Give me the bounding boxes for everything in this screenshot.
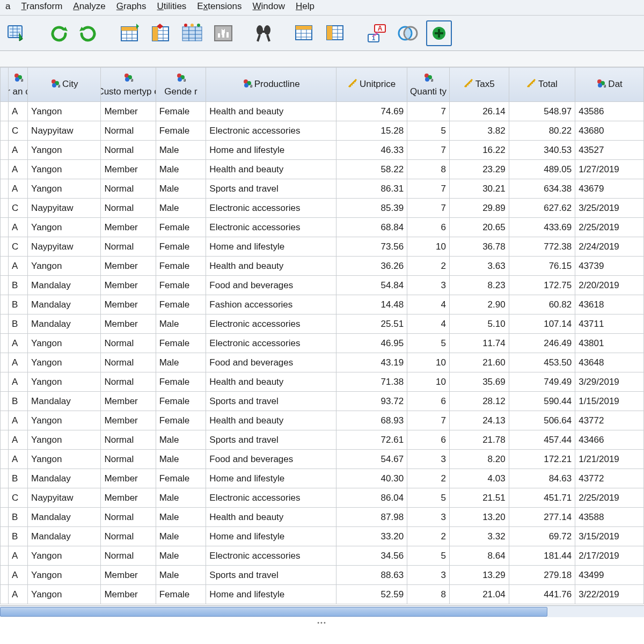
- table-row[interactable]: AYangonMemberFemaleHealth and beauty36.2…: [1, 257, 644, 276]
- table-row[interactable]: AYangonMemberFemaleHealth and beauty68.9…: [1, 411, 644, 430]
- cell-date[interactable]: 43618: [575, 295, 644, 314]
- cell-gender[interactable]: Male: [156, 160, 206, 179]
- cell-gender[interactable]: Male: [156, 488, 206, 508]
- cell-total[interactable]: 749.49: [509, 372, 575, 392]
- cell-product[interactable]: Electronic accessories: [206, 218, 336, 237]
- cell-qty[interactable]: 4: [407, 295, 450, 314]
- cell-branch[interactable]: B: [8, 276, 27, 295]
- cell-gender[interactable]: Female: [156, 237, 206, 257]
- column-header-total[interactable]: Total: [509, 68, 575, 102]
- cell-date[interactable]: 2/25/2019: [575, 218, 644, 237]
- cell-qty[interactable]: 4: [407, 314, 450, 334]
- cell-tax[interactable]: 26.14: [449, 102, 509, 121]
- open-data-icon[interactable]: [4, 20, 30, 46]
- cell-qty[interactable]: 7: [407, 179, 450, 199]
- cell-qty[interactable]: 7: [407, 141, 450, 160]
- table-row[interactable]: AYangonNormalMaleSports and travel86.317…: [1, 179, 644, 199]
- cell-custtype[interactable]: Member: [101, 469, 156, 488]
- cell-total[interactable]: 772.38: [509, 237, 575, 257]
- cell-gender[interactable]: Male: [156, 353, 206, 372]
- cell-gender[interactable]: Female: [156, 372, 206, 392]
- cell-gender[interactable]: Male: [156, 199, 206, 218]
- cell-custtype[interactable]: Member: [101, 160, 156, 179]
- cell-custtype[interactable]: Normal: [101, 353, 156, 372]
- column-header-unitprice[interactable]: Unitprice: [336, 68, 407, 102]
- menu-item-window[interactable]: Window: [253, 1, 285, 12]
- header-row[interactable]: aBr an chaCityaCusto mertyp eaGende raPr…: [1, 68, 644, 102]
- cell-tax[interactable]: 16.22: [449, 141, 509, 160]
- cell-stub[interactable]: [1, 121, 9, 141]
- cell-custtype[interactable]: Member: [101, 218, 156, 237]
- table-row[interactable]: AYangonMemberFemaleHome and lifestyle52.…: [1, 585, 644, 604]
- cell-total[interactable]: 181.44: [509, 546, 575, 566]
- cell-unitprice[interactable]: 87.98: [336, 508, 407, 527]
- cell-qty[interactable]: 3: [407, 508, 450, 527]
- cell-custtype[interactable]: Normal: [101, 527, 156, 546]
- cell-branch[interactable]: A: [8, 334, 27, 353]
- cell-branch[interactable]: A: [8, 430, 27, 450]
- cell-unitprice[interactable]: 43.19: [336, 353, 407, 372]
- column-header-product[interactable]: aProductline: [206, 68, 336, 102]
- cell-city[interactable]: Mandalay: [28, 392, 101, 411]
- run-syntax-icon[interactable]: [426, 20, 452, 46]
- cell-unitprice[interactable]: 72.61: [336, 430, 407, 450]
- cell-branch[interactable]: A: [8, 450, 27, 469]
- table-row[interactable]: BMandalayMemberFemaleHome and lifestyle4…: [1, 469, 644, 488]
- cell-date[interactable]: 43588: [575, 508, 644, 527]
- cell-qty[interactable]: 3: [407, 566, 450, 585]
- cell-tax[interactable]: 3.82: [449, 121, 509, 141]
- cell-stub[interactable]: [1, 160, 9, 179]
- table-row[interactable]: AYangonNormalFemaleElectronic accessorie…: [1, 334, 644, 353]
- cell-product[interactable]: Home and lifestyle: [206, 527, 336, 546]
- cell-city[interactable]: Yangon: [28, 257, 101, 276]
- cell-city[interactable]: Mandalay: [28, 295, 101, 314]
- menu-item-analyze[interactable]: Analyze: [73, 1, 105, 12]
- cell-tax[interactable]: 20.65: [449, 218, 509, 237]
- cell-date[interactable]: 2/25/2019: [575, 488, 644, 508]
- cell-qty[interactable]: 10: [407, 237, 450, 257]
- cell-unitprice[interactable]: 36.26: [336, 257, 407, 276]
- cell-stub[interactable]: [1, 411, 9, 430]
- cell-total[interactable]: 69.72: [509, 527, 575, 546]
- cell-city[interactable]: Mandalay: [28, 276, 101, 295]
- cell-unitprice[interactable]: 93.72: [336, 392, 407, 411]
- cell-product[interactable]: Fashion accessories: [206, 295, 336, 314]
- cell-custtype[interactable]: Member: [101, 585, 156, 604]
- cell-gender[interactable]: Female: [156, 392, 206, 411]
- cell-gender[interactable]: Male: [156, 546, 206, 566]
- cell-city[interactable]: Yangon: [28, 218, 101, 237]
- cell-tax[interactable]: 3.32: [449, 527, 509, 546]
- cell-gender[interactable]: Female: [156, 334, 206, 353]
- cell-product[interactable]: Electronic accessories: [206, 488, 336, 508]
- column-header-tax[interactable]: Tax5: [449, 68, 509, 102]
- cell-branch[interactable]: A: [8, 353, 27, 372]
- cell-city[interactable]: Yangon: [28, 179, 101, 199]
- cell-tax[interactable]: 30.21: [449, 179, 509, 199]
- cell-city[interactable]: Yangon: [28, 450, 101, 469]
- cell-custtype[interactable]: Member: [101, 257, 156, 276]
- table-row[interactable]: BMandalayMemberMaleElectronic accessorie…: [1, 314, 644, 334]
- cell-branch[interactable]: A: [8, 546, 27, 566]
- cell-date[interactable]: 2/24/2019: [575, 237, 644, 257]
- cell-date[interactable]: 43711: [575, 314, 644, 334]
- cell-tax[interactable]: 28.12: [449, 392, 509, 411]
- cell-city[interactable]: Yangon: [28, 102, 101, 121]
- cell-stub[interactable]: [1, 199, 9, 218]
- cell-total[interactable]: 441.76: [509, 585, 575, 604]
- cell-city[interactable]: Naypyitaw: [28, 237, 101, 257]
- cell-branch[interactable]: C: [8, 488, 27, 508]
- cell-branch[interactable]: A: [8, 160, 27, 179]
- cell-date[interactable]: 1/21/2019: [575, 450, 644, 469]
- cell-qty[interactable]: 5: [407, 488, 450, 508]
- cell-product[interactable]: Sports and travel: [206, 392, 336, 411]
- cell-city[interactable]: Yangon: [28, 546, 101, 566]
- cell-custtype[interactable]: Normal: [101, 237, 156, 257]
- table-row[interactable]: BMandalayNormalMaleHome and lifestyle33.…: [1, 527, 644, 546]
- cell-gender[interactable]: Female: [156, 585, 206, 604]
- cell-stub[interactable]: [1, 527, 9, 546]
- cell-stub[interactable]: [1, 295, 9, 314]
- cell-city[interactable]: Yangon: [28, 430, 101, 450]
- split-file-icon[interactable]: [292, 20, 318, 46]
- cell-product[interactable]: Health and beauty: [206, 508, 336, 527]
- cell-product[interactable]: Sports and travel: [206, 430, 336, 450]
